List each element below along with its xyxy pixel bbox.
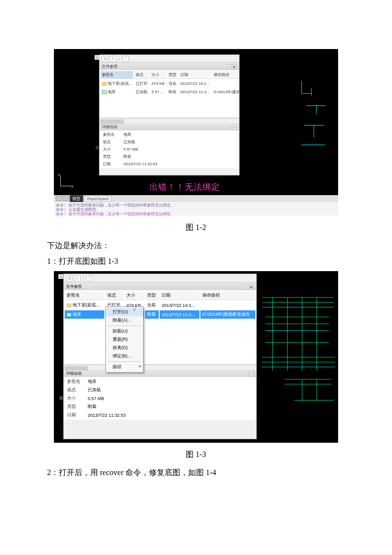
file-refs-list: 参照名 状态 大小 类型 日期 保存路径 地下室(新底... 已打开 474 K… [99, 70, 239, 118]
intro-text: 下边是解决办法： [47, 240, 345, 252]
col-status[interactable]: 状态 [105, 291, 123, 300]
expand-icon[interactable]: ▭ [232, 125, 237, 129]
layout-tabs: 模型 PaperSpace [54, 195, 338, 202]
list-view-icon[interactable]: ≡ [243, 284, 248, 289]
menu-separator [108, 326, 141, 326]
dwg-icon [67, 313, 72, 317]
file-refs-title: 文件参照 [102, 64, 118, 69]
refresh-icon[interactable]: ↻ [110, 56, 117, 62]
table-row[interactable]: 地下室(新底... 已打开 474 KB 当前 2013/7/22 14:2..… [65, 301, 255, 309]
col-size[interactable]: 大小 [124, 291, 144, 300]
context-menu: 打开(O) 附着(A)... 卸载(U) 重载(R) 拆离(D) 绑定(B)..… [105, 306, 144, 373]
step-1-text: 1：打开底图如图 1-3 [47, 255, 345, 267]
details-panel: 参照名地库 状态已加载 大小5.57 MB 类型附着 日期2013/7/22 1… [99, 130, 239, 168]
tab-paperspace[interactable]: PaperSpace [84, 196, 112, 202]
ref-name: 地库 [73, 312, 81, 317]
help-icon[interactable]: ? [122, 56, 129, 62]
col-type[interactable]: 类型 [167, 71, 178, 79]
ref-name: 地库 [108, 90, 116, 94]
menu-unload[interactable]: 卸载(U) [106, 327, 143, 335]
file-refs-header: 文件参照 ≡ ▦ [99, 63, 239, 70]
thumb-view-icon[interactable]: ▦ [249, 284, 254, 289]
file-refs-header: 文件参照 ≡ ▦ [64, 283, 256, 290]
file-refs-title: 文件参照 [66, 284, 82, 289]
toolbar-separator [83, 276, 84, 281]
cad-drawing [287, 78, 336, 157]
ucs-icon: YX [58, 174, 73, 189]
tab-prev-icon[interactable] [56, 196, 62, 201]
hscrollbar[interactable] [99, 118, 239, 123]
details-header: 详细信息 ▭ [64, 370, 256, 377]
list-view-icon[interactable]: ≡ [226, 64, 231, 69]
col-date[interactable]: 日期 [179, 71, 211, 79]
attach-dwg-icon[interactable]: 🗀 [66, 276, 73, 281]
figure-caption-1-2: 图 1-2 [0, 223, 392, 233]
col-status[interactable]: 状态 [134, 71, 149, 79]
menu-separator [108, 361, 141, 362]
toolbar-separator [119, 56, 120, 61]
dwg-icon [102, 82, 107, 86]
menu-attach[interactable]: 附着(A)... [106, 316, 143, 325]
tab-model[interactable]: 模型 [70, 195, 83, 202]
attach-dwg-icon[interactable]: 🗀 [101, 56, 108, 62]
col-name[interactable]: 参照名 [65, 291, 104, 300]
help-icon[interactable]: ? [86, 276, 93, 281]
details-panel: 参照名地库 状态已加载 大小5.57 MB 类型附着 日期2013/7/22 1… [64, 377, 256, 420]
palette-toolbar: 🗀 ↻ ? [99, 55, 239, 63]
screenshot-fig-1-3: × 🗀 ↻ ? 文件参照 ≡ ▦ 参照名 状态 大小 [54, 271, 338, 443]
dwg-icon [102, 90, 107, 94]
ref-name: 地下室(新底... [73, 303, 100, 307]
expand-icon[interactable]: ▭ [249, 371, 254, 376]
table-row[interactable]: 地库 已加载 5.57 ... 附着 2013/7/22 11:3... D:\… [100, 88, 239, 96]
step-2-text: 2：打开后，用 recover 命令，修复底图，如图 1-4 [47, 467, 345, 479]
xref-palette: × 🗀 ↻ ? 文件参照 ≡ ▦ 参照名 状态 大小 [64, 274, 256, 439]
col-type[interactable]: 类型 [145, 291, 159, 300]
thumb-view-icon[interactable]: ▦ [232, 64, 237, 69]
col-size[interactable]: 大小 [150, 71, 166, 79]
menu-bind[interactable]: 绑定(B)... [106, 352, 143, 360]
close-icon[interactable]: × [95, 55, 99, 60]
col-path[interactable]: 保存路径 [200, 291, 255, 300]
table-row[interactable]: 地下室(新底... 已打开 474 KB 当前 2013/7/22 14:2..… [100, 80, 239, 87]
col-name[interactable]: 参照名 [100, 71, 133, 79]
refresh-icon[interactable]: ↻ [74, 276, 81, 281]
details-header: 详细信息 ▭ [99, 123, 239, 130]
xref-palette: × 🗀 ↻ ? 文件参照 ≡ ▦ 参照名 状态 大小 [99, 55, 239, 175]
dwg-icon [67, 303, 72, 307]
menu-reload[interactable]: 重载(R) [106, 335, 143, 344]
col-path[interactable]: 保存路径 [212, 71, 239, 79]
tab-next-icon[interactable] [63, 196, 69, 201]
file-refs-list: 参照名 状态 大小 类型 日期 保存路径 地下室(新底... 已打开 474 K… [64, 290, 256, 365]
cad-drawing [258, 293, 337, 408]
menu-detach[interactable]: 拆离(D) [106, 344, 143, 352]
close-icon[interactable]: × [58, 274, 63, 279]
details-title: 详细信息 [102, 124, 118, 129]
table-row-selected[interactable]: 地库 已加载 5.57 ... 附着 2013/7/22 11:3... D:\… [65, 310, 255, 319]
menu-path[interactable]: 路径 [106, 363, 143, 371]
command-line[interactable]: 命令: 由于代理对象有问题，至少有一个指定的外部参照无法绑定。 命令: 正在重生… [54, 202, 338, 216]
figure-caption-1-3: 图 1-3 [0, 450, 392, 460]
details-title: 详细信息 [66, 371, 82, 376]
screenshot-fig-1-2: × 🗀 ↻ ? 文件参照 ≡ ▦ 参照名 状态 大小 [54, 49, 338, 216]
annotation-error: 出错！！无法绑定 [149, 181, 220, 193]
ref-name: 地下室(新底... [108, 81, 132, 86]
hscrollbar[interactable] [64, 365, 256, 370]
col-date[interactable]: 日期 [160, 291, 199, 300]
palette-toolbar: 🗀 ↻ ? [64, 274, 256, 283]
